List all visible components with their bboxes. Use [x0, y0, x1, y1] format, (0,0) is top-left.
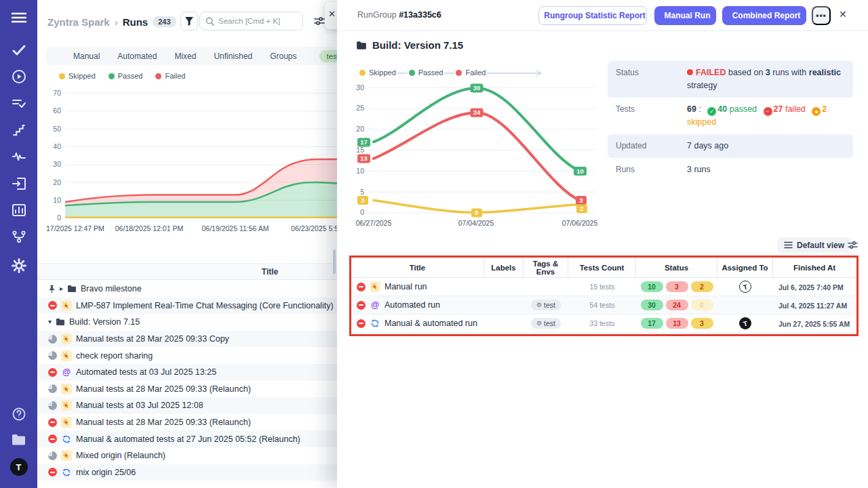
in-progress-status-icon — [48, 335, 57, 344]
svg-text:60: 60 — [53, 106, 61, 115]
svg-text:06/23/2025 5:52 P: 06/23/2025 5:52 P — [291, 224, 337, 232]
svg-text:06/19/2025 11:56 AM: 06/19/2025 11:56 AM — [201, 224, 269, 232]
analytics-icon[interactable] — [0, 204, 37, 216]
tab-manual[interactable]: Manual — [73, 52, 100, 61]
col-title[interactable]: Title — [351, 258, 484, 278]
search-box[interactable] — [199, 12, 303, 30]
skipped-pill: 2 — [691, 281, 713, 292]
tests-count-cell: 33 tests — [568, 319, 636, 327]
in-progress-status-icon — [48, 351, 57, 360]
scrollbar-thumb[interactable] — [333, 249, 336, 274]
breadcrumb-separator: › — [115, 16, 118, 28]
col-tags-envs[interactable]: Tags & Envs — [524, 258, 568, 278]
tab-mixed[interactable]: Mixed — [174, 52, 196, 61]
branches-icon[interactable] — [0, 230, 37, 243]
col-finished-at[interactable]: Finished At — [773, 258, 856, 278]
rungroup-statistic-report-button[interactable]: Rungroup Statistic Report — [538, 6, 647, 25]
view-settings-icon[interactable] — [314, 16, 325, 28]
projects-folder-icon[interactable] — [0, 434, 37, 446]
combined-report-button[interactable]: Combined Report — [722, 6, 806, 25]
import-icon[interactable] — [0, 178, 37, 190]
steps-icon[interactable] — [0, 125, 37, 136]
funnel-icon — [184, 16, 194, 26]
in-progress-status-icon — [48, 384, 57, 393]
svg-text:0: 0 — [475, 209, 478, 216]
run-list-item[interactable]: LMP-587 Implement Real-Time Chat Messagi… — [37, 298, 337, 314]
tests-row: Tests 69 : ✓40 passed −27 failed 2 skipp… — [608, 98, 853, 134]
legend-failed: Failed — [154, 72, 186, 80]
run-list-item[interactable]: mix origin 25/06 — [37, 464, 337, 481]
run-list-item[interactable]: ▾Build: Version 7.15 — [37, 314, 337, 331]
search-input[interactable] — [218, 17, 293, 25]
table-row[interactable]: Manual run15 tests1032TJul 6, 2025 7:40 … — [351, 278, 856, 296]
run-title-cell: Manual run — [351, 281, 484, 292]
finished-at-cell: Jul 4, 2025 11:27 AM — [773, 299, 856, 311]
menu-icon[interactable] — [0, 12, 37, 23]
table-settings-icon[interactable] — [848, 240, 858, 252]
run-list-item[interactable]: Manual & automated tests at 27 Jun 2025 … — [37, 430, 337, 447]
run-list-item[interactable]: check report sharing — [37, 347, 337, 364]
default-view-button[interactable]: Default view — [777, 237, 851, 253]
svg-text:3: 3 — [579, 197, 583, 204]
finished-at-cell: Jul 6, 2025 7:40 PM — [773, 281, 856, 293]
run-list-item[interactable]: Manual tests at 28 Mar 2025 09:33 (Relau… — [37, 381, 337, 398]
svg-text:24: 24 — [473, 108, 481, 116]
tests-value: 69 : ✓40 passed −27 failed 2 skipped — [687, 103, 845, 129]
activity-icon[interactable] — [0, 152, 37, 161]
tag-pill[interactable]: ⚙test — [531, 300, 561, 310]
run-list-item[interactable]: @Automated tests at 03 Jul 2025 13:25 — [37, 364, 337, 381]
manual-run-icon — [61, 400, 72, 411]
col-status[interactable]: Status — [636, 258, 717, 278]
expand-caret-icon[interactable]: ▸ — [60, 285, 63, 292]
svg-text:2: 2 — [580, 205, 583, 212]
test-plans-icon[interactable] — [0, 98, 37, 109]
close-panel-icon[interactable]: ✕ — [839, 9, 847, 20]
tab-unfinished[interactable]: Unfinished — [214, 52, 252, 61]
svg-text:15: 15 — [356, 146, 364, 154]
assignee-avatar[interactable]: T — [739, 317, 751, 329]
skipped-dot — [59, 73, 65, 79]
run-list-item[interactable]: Manual tests at 28 Mar 2025 09:33 (Relau… — [37, 414, 337, 431]
collapse-caret-icon[interactable]: ▾ — [48, 319, 52, 325]
tests-check-icon[interactable] — [0, 45, 37, 56]
run-list-item[interactable]: Mixed origin (Relaunch) — [37, 447, 337, 464]
tab-automated[interactable]: Automated — [117, 52, 157, 61]
run-list-item[interactable]: Manual tests at 28 Mar 2025 09:33 Copy — [37, 331, 337, 348]
manual-run-button[interactable]: Manual Run — [654, 6, 716, 25]
more-icon: ••• — [816, 11, 827, 20]
run-list-item[interactable]: ▸Bravo milestone — [37, 281, 337, 298]
tag-pill[interactable]: ⚙test — [531, 318, 561, 329]
workspace-pill[interactable]: test work — [319, 50, 337, 62]
svg-text:3: 3 — [361, 197, 364, 204]
run-title-cell: Manual & automated run — [351, 318, 484, 329]
tests-count-cell: 54 tests — [568, 301, 636, 309]
tab-groups[interactable]: Groups — [270, 52, 296, 61]
cancelled-status-icon — [48, 468, 57, 476]
assignee-avatar[interactable]: T — [739, 281, 751, 293]
svg-text:06/27/2025: 06/27/2025 — [356, 219, 392, 227]
svg-text:0: 0 — [360, 208, 364, 216]
filter-button[interactable] — [180, 12, 198, 30]
project-name[interactable]: Zyntra Spark — [47, 16, 110, 28]
run-list-item[interactable]: Manual tests at 03 Jul 2025 12:08 — [37, 397, 337, 414]
svg-text:07/04/2025: 07/04/2025 — [458, 219, 494, 227]
folder-icon — [56, 318, 65, 326]
col-labels[interactable]: Labels — [484, 258, 524, 278]
breadcrumb: Zyntra Spark › Runs 243 — [47, 12, 176, 31]
table-row[interactable]: Manual & automated run⚙test33 tests17133… — [351, 314, 856, 333]
svg-text:20: 20 — [53, 178, 61, 186]
more-actions-button[interactable]: ••• — [812, 6, 831, 25]
col-assigned-to[interactable]: Assigned To — [717, 258, 773, 278]
play-circle-icon[interactable] — [0, 69, 37, 84]
user-avatar[interactable]: T — [0, 458, 37, 476]
dismiss-icon[interactable]: ✕ — [328, 9, 336, 19]
table-row[interactable]: @Automated run⚙test54 tests30240Jul 4, 2… — [351, 296, 856, 314]
cancelled-status-icon — [357, 319, 366, 328]
col-tests-count[interactable]: Tests Count — [568, 258, 636, 278]
svg-text:07/06/2025: 07/06/2025 — [562, 219, 598, 227]
settings-gear-icon[interactable] — [0, 258, 37, 273]
help-icon[interactable] — [0, 407, 37, 421]
list-view-icon — [784, 241, 793, 249]
pin-icon — [48, 285, 56, 293]
passed-dot — [108, 73, 115, 79]
